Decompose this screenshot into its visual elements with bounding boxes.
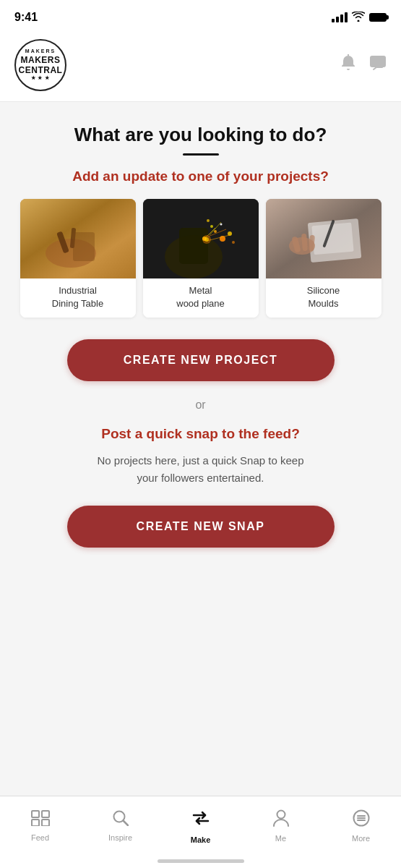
me-icon (273, 809, 289, 831)
svg-rect-34 (32, 820, 39, 826)
svg-point-13 (210, 225, 213, 228)
make-icon (191, 808, 211, 833)
nav-inspire[interactable]: Inspire (80, 810, 160, 842)
project-label-2: Metalwood plane (143, 278, 259, 318)
signal-icon (332, 12, 348, 22)
nav-feed[interactable]: Feed (0, 810, 80, 842)
more-icon (353, 809, 370, 831)
home-indicator (0, 854, 401, 868)
or-divider: or (195, 399, 205, 412)
notification-icon[interactable] (340, 54, 356, 76)
bottom-nav: Feed Inspire Make (0, 796, 401, 854)
svg-point-15 (220, 224, 222, 226)
svg-point-11 (214, 230, 217, 233)
svg-rect-32 (32, 811, 39, 817)
snap-subtitle: Post a quick snap to the feed? (101, 426, 300, 442)
project-card-3[interactable]: SiliconeMoulds (266, 199, 381, 318)
project-image-3 (266, 199, 381, 278)
status-icons (332, 12, 387, 24)
inspire-label: Inspire (108, 833, 132, 842)
battery-icon (369, 13, 387, 22)
project-label-1: IndustrialDining Table (20, 278, 136, 318)
nav-more[interactable]: More (321, 809, 401, 843)
nav-make[interactable]: Make (160, 808, 241, 844)
project-card-2[interactable]: Metalwood plane (143, 199, 259, 318)
svg-rect-9 (179, 228, 208, 264)
status-bar: 9:41 (0, 0, 401, 32)
message-icon[interactable] (369, 55, 387, 75)
feed-label: Feed (31, 833, 49, 842)
more-label: More (352, 834, 370, 843)
update-subtitle: Add an update to one of your projects? (72, 169, 329, 184)
main-content: What are you looking to do? Add an updat… (0, 102, 401, 796)
svg-rect-26 (311, 223, 353, 255)
make-label: Make (191, 835, 211, 844)
create-project-button[interactable]: CREATE NEW PROJECT (67, 339, 335, 381)
svg-point-16 (207, 219, 210, 222)
svg-rect-1 (370, 56, 386, 67)
me-label: Me (275, 834, 286, 843)
svg-rect-33 (42, 811, 49, 817)
project-image-1 (20, 199, 136, 278)
svg-point-38 (277, 810, 285, 818)
snap-description: No projects here, just a quick Snap to k… (92, 452, 309, 487)
wifi-icon (352, 12, 365, 24)
svg-line-37 (123, 820, 128, 825)
app-logo: MAKERS MAKERS CENTRAL ★ ★ ★ (14, 39, 66, 91)
project-card-1[interactable]: IndustrialDining Table (20, 199, 136, 318)
divider (183, 153, 219, 156)
svg-point-17 (232, 241, 235, 244)
create-snap-button[interactable]: CREATE NEW SNAP (67, 506, 335, 548)
feed-icon (31, 810, 50, 830)
home-bar (158, 859, 244, 863)
header: MAKERS MAKERS CENTRAL ★ ★ ★ (0, 32, 401, 102)
inspire-icon (113, 810, 129, 830)
nav-me[interactable]: Me (241, 809, 321, 843)
project-label-3: SiliconeMoulds (266, 278, 381, 318)
svg-rect-35 (42, 820, 49, 826)
svg-point-23 (204, 237, 209, 242)
page-title: What are you looking to do? (74, 124, 327, 146)
project-image-2 (143, 199, 259, 278)
status-time: 9:41 (14, 11, 38, 24)
project-cards-container: IndustrialDining Table (17, 199, 384, 318)
header-actions (340, 54, 387, 76)
